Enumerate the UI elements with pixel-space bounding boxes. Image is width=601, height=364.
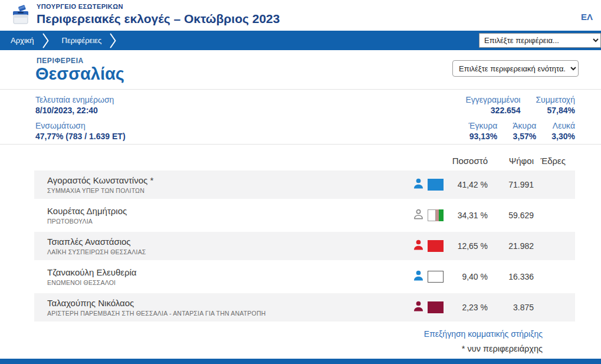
candidate-cell: Τσιαπλές Αναστάσιος ΛΑΪΚΗ ΣΥΣΠΕΙΡΩΣΗ ΘΕΣ… xyxy=(34,237,405,255)
swatch-segment xyxy=(428,240,444,252)
person-icon xyxy=(412,208,425,223)
header-percent: Ποσοστό xyxy=(444,156,488,166)
top-header: ΥΠΟΥΡΓΕΙΟ ΕΣΩΤΕΡΙΚΩΝ Περιφερειακές εκλογ… xyxy=(0,0,601,31)
breadcrumb: Αρχική Περιφέρειες Επιλέξτε περιφέρεια..… xyxy=(0,31,601,50)
turnout-label: Συμμετοχή xyxy=(536,95,575,104)
ballot-box-icon xyxy=(11,5,31,26)
percent-value: 41,42 % xyxy=(444,180,488,189)
valid-votes: Έγκυρα 93,13% xyxy=(469,121,498,141)
valid-label: Έγκυρα xyxy=(469,121,498,130)
party-color-swatch xyxy=(428,271,444,283)
region-name: Θεσσαλίας xyxy=(35,64,124,84)
invalid-votes: Άκυρα 3,57% xyxy=(513,121,536,141)
icon-cell xyxy=(405,178,444,192)
person-icon xyxy=(412,270,425,284)
stats-section: Τελευταία ενημέρωση 8/10/2023, 22:40 Ενσ… xyxy=(0,90,601,145)
percent-value: 9,40 % xyxy=(444,272,488,281)
swatch-segment xyxy=(428,271,444,283)
candidate-cell: Τζανακούλη Ελευθερία ΕΝΩΜΕΝΟΙ ΘΕΣΣΑΛΟΙ xyxy=(34,267,405,286)
language-toggle[interactable]: ΕΛ xyxy=(581,12,593,22)
last-update-value: 8/10/2023, 22:40 xyxy=(35,106,126,115)
registered: Εγγεγραμμένοι 322.654 xyxy=(466,95,521,115)
candidate-name: Τζανακούλη Ελευθερία xyxy=(47,267,405,277)
candidate-name: Κουρέτας Δημήτριος xyxy=(47,206,405,216)
stats-row-2: Έγκυρα 93,13% Άκυρα 3,57% Λευκά 3,30% xyxy=(451,121,575,141)
party-name: ΠΡΩΤΟΒΟΥΛΙΑ xyxy=(47,218,405,225)
results-header: Ποσοστό Ψήφοι Έδρες xyxy=(34,150,575,170)
blank-value: 3,30% xyxy=(551,132,575,141)
swatch-segment xyxy=(428,179,444,191)
registered-label: Εγγεγραμμένοι xyxy=(466,95,521,104)
region-select[interactable]: Επιλέξτε περιφέρεια... xyxy=(479,33,601,48)
candidate-cell: Κουρέτας Δημήτριος ΠΡΩΤΟΒΟΥΛΙΑ xyxy=(34,206,405,225)
party-support-explanation-link[interactable]: Επεξήγηση κομματικής στήριξης xyxy=(424,329,543,339)
votes-value: 16.336 xyxy=(488,272,534,281)
icon-cell xyxy=(405,208,444,223)
party-color-swatch xyxy=(428,240,444,252)
breadcrumb-home[interactable]: Αρχική xyxy=(0,36,42,45)
party-color-swatch xyxy=(428,301,444,313)
votes-value: 3.875 xyxy=(488,303,534,312)
page: ΥΠΟΥΡΓΕΙΟ ΕΣΩΤΕΡΙΚΩΝ Περιφερειακές εκλογ… xyxy=(0,0,601,364)
regional-unit-select[interactable]: Επιλέξτε περιφερειακή ενότητα... xyxy=(452,60,579,77)
header-seats: Έδρες xyxy=(534,156,575,166)
percent-value: 2,23 % xyxy=(444,303,488,312)
votes-value: 21.982 xyxy=(488,241,534,251)
region-section: ΠΕΡΙΦΕΡΕΙΑ Θεσσαλίας Επιλέξτε περιφερεια… xyxy=(0,50,601,90)
stats-row-1: Εγγεγραμμένοι 322.654 Συμμετοχή 57,84% xyxy=(451,95,575,115)
header-votes: Ψήφοι xyxy=(488,156,534,166)
chevron-right-icon xyxy=(42,33,49,48)
turnout-value: 57,84% xyxy=(536,106,575,115)
person-icon xyxy=(412,300,425,315)
party-name: ΕΝΩΜΕΝΟΙ ΘΕΣΣΑΛΟΙ xyxy=(47,279,405,286)
integration-value: 47,77% (783 / 1.639 ΕΤ) xyxy=(35,132,126,141)
chevron-right-icon xyxy=(110,33,116,48)
party-color-swatch xyxy=(428,209,444,221)
icon-cell xyxy=(405,300,444,315)
result-row[interactable]: Αγοραστός Κωνσταντίνος * ΣΥΜΜΑΧΙΑ ΥΠΕΡ Τ… xyxy=(34,170,575,199)
region-label: ΠΕΡΙΦΕΡΕΙΑ xyxy=(37,57,84,65)
result-row[interactable]: Κουρέτας Δημήτριος ΠΡΩΤΟΒΟΥΛΙΑ 34,31 % 5… xyxy=(34,201,575,229)
incumbent-note: * νυν περιφερειάρχης xyxy=(424,344,543,353)
person-icon xyxy=(412,178,425,192)
candidate-cell: Αγοραστός Κωνσταντίνος * ΣΥΜΜΑΧΙΑ ΥΠΕΡ Τ… xyxy=(34,175,405,194)
integration-label: Ενσωμάτωση xyxy=(35,121,126,130)
icon-cell xyxy=(405,270,444,284)
bottom-bar xyxy=(0,359,601,364)
swatch-segment xyxy=(428,209,436,221)
party-name: ΑΡΙΣΤΕΡΗ ΠΑΡΕΜΒΑΣΗ ΣΤΗ ΘΕΣΣΑΛΙΑ - ΑΝΤΑΡΣ… xyxy=(47,310,405,317)
last-update-label: Τελευταία ενημέρωση xyxy=(35,95,126,104)
candidate-name: Ταλαχούπης Νικόλαος xyxy=(47,298,405,308)
result-row[interactable]: Ταλαχούπης Νικόλαος ΑΡΙΣΤΕΡΗ ΠΑΡΕΜΒΑΣΗ Σ… xyxy=(34,293,575,322)
last-update: Τελευταία ενημέρωση 8/10/2023, 22:40 xyxy=(35,95,126,115)
percent-value: 12,65 % xyxy=(444,241,488,251)
turnout: Συμμετοχή 57,84% xyxy=(536,95,575,115)
result-row[interactable]: Τζανακούλη Ελευθερία ΕΝΩΜΕΝΟΙ ΘΕΣΣΑΛΟΙ 9… xyxy=(34,263,575,291)
party-name: ΣΥΜΜΑΧΙΑ ΥΠΕΡ ΤΩΝ ΠΟΛΙΤΩΝ xyxy=(47,187,405,194)
integration: Ενσωμάτωση 47,77% (783 / 1.639 ΕΤ) xyxy=(35,121,126,141)
blank-label: Λευκά xyxy=(551,121,575,130)
blank-votes: Λευκά 3,30% xyxy=(551,121,575,141)
person-icon xyxy=(412,239,425,254)
stats-left: Τελευταία ενημέρωση 8/10/2023, 22:40 Ενσ… xyxy=(35,95,126,141)
valid-value: 93,13% xyxy=(469,132,498,141)
party-name: ΛΑΪΚΗ ΣΥΣΠΕΙΡΩΣΗ ΘΕΣΣΑΛΙΑΣ xyxy=(47,248,405,255)
brand-block: ΥΠΟΥΡΓΕΙΟ ΕΣΩΤΕΡΙΚΩΝ Περιφερειακές εκλογ… xyxy=(37,3,280,26)
ministry-name: ΥΠΟΥΡΓΕΙΟ ΕΣΩΤΕΡΙΚΩΝ xyxy=(37,3,280,10)
swatch-segment xyxy=(428,301,444,313)
candidate-name: Αγοραστός Κωνσταντίνος * xyxy=(47,175,405,185)
percent-value: 34,31 % xyxy=(444,211,488,220)
result-row[interactable]: Τσιαπλές Αναστάσιος ΛΑΪΚΗ ΣΥΣΠΕΙΡΩΣΗ ΘΕΣ… xyxy=(34,232,575,260)
results-rows: Αγοραστός Κωνσταντίνος * ΣΥΜΜΑΧΙΑ ΥΠΕΡ Τ… xyxy=(34,170,575,322)
footer-notes: Επεξήγηση κομματικής στήριξης * νυν περι… xyxy=(424,329,543,353)
invalid-label: Άκυρα xyxy=(513,121,536,130)
icon-cell xyxy=(405,239,444,254)
breadcrumb-regions[interactable]: Περιφέρειες xyxy=(51,36,110,45)
results-table: Ποσοστό Ψήφοι Έδρες Αγοραστός Κωνσταντίν… xyxy=(34,150,575,324)
page-title: Περιφερειακές εκλογές – Οκτώβριος 2023 xyxy=(37,12,280,26)
votes-value: 71.991 xyxy=(488,180,534,189)
stats-right: Εγγεγραμμένοι 322.654 Συμμετοχή 57,84% Έ… xyxy=(451,95,575,141)
candidate-cell: Ταλαχούπης Νικόλαος ΑΡΙΣΤΕΡΗ ΠΑΡΕΜΒΑΣΗ Σ… xyxy=(34,298,405,317)
registered-value: 322.654 xyxy=(466,106,521,115)
votes-value: 59.629 xyxy=(488,211,534,220)
